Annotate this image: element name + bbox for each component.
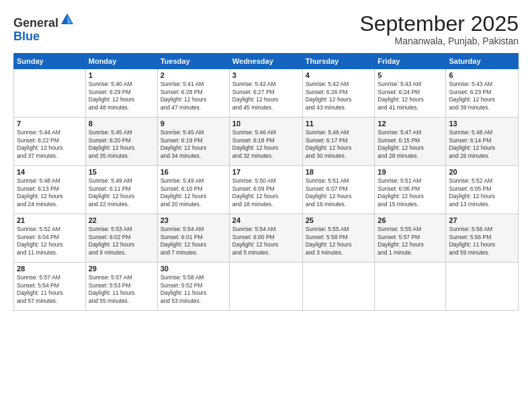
day-number: 5 [378, 71, 443, 79]
day-number: 21 [17, 216, 83, 224]
calendar-table: Sunday Monday Tuesday Wednesday Thursday… [13, 53, 519, 311]
page-header: General Blue September 2025 Mananwala, P… [13, 12, 519, 46]
day-number: 24 [232, 216, 300, 224]
calendar-cell: 28Sunrise: 5:57 AM Sunset: 5:54 PM Dayli… [14, 263, 86, 311]
day-info: Sunrise: 5:49 AM Sunset: 6:10 PM Dayligh… [161, 177, 226, 208]
calendar-cell: 27Sunrise: 5:56 AM Sunset: 5:56 PM Dayli… [446, 214, 519, 263]
day-number: 23 [161, 216, 226, 224]
day-number: 17 [232, 168, 300, 176]
day-number: 6 [449, 71, 515, 79]
day-number: 16 [161, 168, 226, 176]
calendar-cell: 8Sunrise: 5:45 AM Sunset: 6:20 PM Daylig… [85, 118, 157, 166]
calendar-cell: 6Sunrise: 5:43 AM Sunset: 6:23 PM Daylig… [446, 69, 519, 118]
calendar-week-row: 1Sunrise: 5:40 AM Sunset: 6:29 PM Daylig… [14, 69, 519, 118]
header-row: Sunday Monday Tuesday Wednesday Thursday… [14, 54, 519, 69]
calendar-cell: 4Sunrise: 5:42 AM Sunset: 6:26 PM Daylig… [302, 69, 375, 118]
col-saturday: Saturday [446, 54, 519, 69]
day-info: Sunrise: 5:46 AM Sunset: 6:18 PM Dayligh… [232, 129, 300, 160]
calendar-cell: 15Sunrise: 5:49 AM Sunset: 6:11 PM Dayli… [85, 166, 157, 214]
col-sunday: Sunday [14, 54, 86, 69]
day-info: Sunrise: 5:51 AM Sunset: 6:06 PM Dayligh… [378, 177, 443, 208]
day-info: Sunrise: 5:51 AM Sunset: 6:07 PM Dayligh… [306, 177, 372, 208]
day-info: Sunrise: 5:53 AM Sunset: 6:02 PM Dayligh… [89, 226, 154, 257]
month-title: September 2025 [359, 12, 519, 36]
day-number: 27 [449, 216, 515, 224]
day-info: Sunrise: 5:41 AM Sunset: 6:28 PM Dayligh… [161, 81, 226, 111]
calendar-cell: 2Sunrise: 5:41 AM Sunset: 6:28 PM Daylig… [157, 69, 229, 118]
day-number: 26 [378, 216, 443, 224]
day-info: Sunrise: 5:56 AM Sunset: 5:56 PM Dayligh… [449, 226, 515, 257]
calendar-cell: 1Sunrise: 5:40 AM Sunset: 6:29 PM Daylig… [85, 69, 157, 118]
calendar-cell [375, 263, 446, 311]
calendar-cell: 3Sunrise: 5:42 AM Sunset: 6:27 PM Daylig… [229, 69, 302, 118]
calendar-cell [302, 263, 375, 311]
day-info: Sunrise: 5:57 AM Sunset: 5:53 PM Dayligh… [89, 274, 154, 305]
day-number: 30 [161, 265, 226, 273]
day-info: Sunrise: 5:49 AM Sunset: 6:11 PM Dayligh… [89, 177, 154, 208]
calendar-cell [229, 263, 302, 311]
calendar-cell: 22Sunrise: 5:53 AM Sunset: 6:02 PM Dayli… [85, 214, 157, 263]
logo-icon [60, 12, 75, 27]
day-number: 2 [161, 71, 226, 79]
day-number: 7 [17, 120, 83, 128]
calendar-week-row: 28Sunrise: 5:57 AM Sunset: 5:54 PM Dayli… [14, 263, 519, 311]
day-info: Sunrise: 5:58 AM Sunset: 5:52 PM Dayligh… [161, 274, 226, 305]
calendar-cell: 9Sunrise: 5:45 AM Sunset: 6:19 PM Daylig… [157, 118, 229, 166]
day-info: Sunrise: 5:57 AM Sunset: 5:54 PM Dayligh… [17, 274, 83, 305]
calendar-cell: 30Sunrise: 5:58 AM Sunset: 5:52 PM Dayli… [157, 263, 229, 311]
title-block: September 2025 Mananwala, Punjab, Pakist… [359, 12, 519, 46]
calendar-cell: 23Sunrise: 5:54 AM Sunset: 6:01 PM Dayli… [157, 214, 229, 263]
calendar-cell: 29Sunrise: 5:57 AM Sunset: 5:53 PM Dayli… [85, 263, 157, 311]
day-info: Sunrise: 5:52 AM Sunset: 6:05 PM Dayligh… [449, 177, 515, 208]
day-info: Sunrise: 5:47 AM Sunset: 6:15 PM Dayligh… [378, 129, 443, 160]
day-number: 11 [306, 120, 372, 128]
day-number: 22 [89, 216, 154, 224]
logo-general-text: General [13, 16, 58, 30]
calendar-cell: 20Sunrise: 5:52 AM Sunset: 6:05 PM Dayli… [446, 166, 519, 214]
calendar-cell: 26Sunrise: 5:55 AM Sunset: 5:57 PM Dayli… [375, 214, 446, 263]
calendar-cell: 7Sunrise: 5:44 AM Sunset: 6:22 PM Daylig… [14, 118, 86, 166]
col-thursday: Thursday [302, 54, 375, 69]
calendar-cell: 5Sunrise: 5:43 AM Sunset: 6:24 PM Daylig… [375, 69, 446, 118]
calendar-cell [446, 263, 519, 311]
day-info: Sunrise: 5:50 AM Sunset: 6:09 PM Dayligh… [232, 177, 300, 208]
day-number: 8 [89, 120, 154, 128]
col-tuesday: Tuesday [157, 54, 229, 69]
day-number: 10 [232, 120, 300, 128]
day-info: Sunrise: 5:55 AM Sunset: 5:57 PM Dayligh… [378, 226, 443, 257]
day-info: Sunrise: 5:48 AM Sunset: 6:14 PM Dayligh… [449, 129, 515, 160]
day-info: Sunrise: 5:42 AM Sunset: 6:26 PM Dayligh… [306, 81, 372, 111]
calendar-cell: 13Sunrise: 5:48 AM Sunset: 6:14 PM Dayli… [446, 118, 519, 166]
day-info: Sunrise: 5:40 AM Sunset: 6:29 PM Dayligh… [89, 81, 154, 111]
logo: General Blue [13, 12, 75, 44]
calendar-cell: 21Sunrise: 5:52 AM Sunset: 6:04 PM Dayli… [14, 214, 86, 263]
day-number: 28 [17, 265, 83, 273]
day-info: Sunrise: 5:46 AM Sunset: 6:17 PM Dayligh… [306, 129, 372, 160]
day-number: 18 [306, 168, 372, 176]
day-number: 9 [161, 120, 226, 128]
day-info: Sunrise: 5:43 AM Sunset: 6:24 PM Dayligh… [378, 81, 443, 111]
day-number: 15 [89, 168, 154, 176]
day-number: 29 [89, 265, 154, 273]
calendar-cell: 12Sunrise: 5:47 AM Sunset: 6:15 PM Dayli… [375, 118, 446, 166]
day-number: 3 [232, 71, 300, 79]
calendar-week-row: 7Sunrise: 5:44 AM Sunset: 6:22 PM Daylig… [14, 118, 519, 166]
calendar-cell [14, 69, 86, 118]
calendar-cell: 16Sunrise: 5:49 AM Sunset: 6:10 PM Dayli… [157, 166, 229, 214]
calendar-cell: 19Sunrise: 5:51 AM Sunset: 6:06 PM Dayli… [375, 166, 446, 214]
day-number: 4 [306, 71, 372, 79]
day-info: Sunrise: 5:45 AM Sunset: 6:20 PM Dayligh… [89, 129, 154, 160]
day-info: Sunrise: 5:42 AM Sunset: 6:27 PM Dayligh… [232, 81, 300, 111]
day-number: 19 [378, 168, 443, 176]
col-wednesday: Wednesday [229, 54, 302, 69]
calendar-week-row: 21Sunrise: 5:52 AM Sunset: 6:04 PM Dayli… [14, 214, 519, 263]
day-info: Sunrise: 5:43 AM Sunset: 6:23 PM Dayligh… [449, 81, 515, 111]
day-info: Sunrise: 5:55 AM Sunset: 5:58 PM Dayligh… [306, 226, 372, 257]
col-monday: Monday [85, 54, 157, 69]
calendar-page: General Blue September 2025 Mananwala, P… [0, 0, 532, 411]
day-number: 25 [306, 216, 372, 224]
calendar-cell: 10Sunrise: 5:46 AM Sunset: 6:18 PM Dayli… [229, 118, 302, 166]
logo-blue-text: Blue [13, 30, 40, 43]
calendar-cell: 18Sunrise: 5:51 AM Sunset: 6:07 PM Dayli… [302, 166, 375, 214]
calendar-week-row: 14Sunrise: 5:48 AM Sunset: 6:13 PM Dayli… [14, 166, 519, 214]
